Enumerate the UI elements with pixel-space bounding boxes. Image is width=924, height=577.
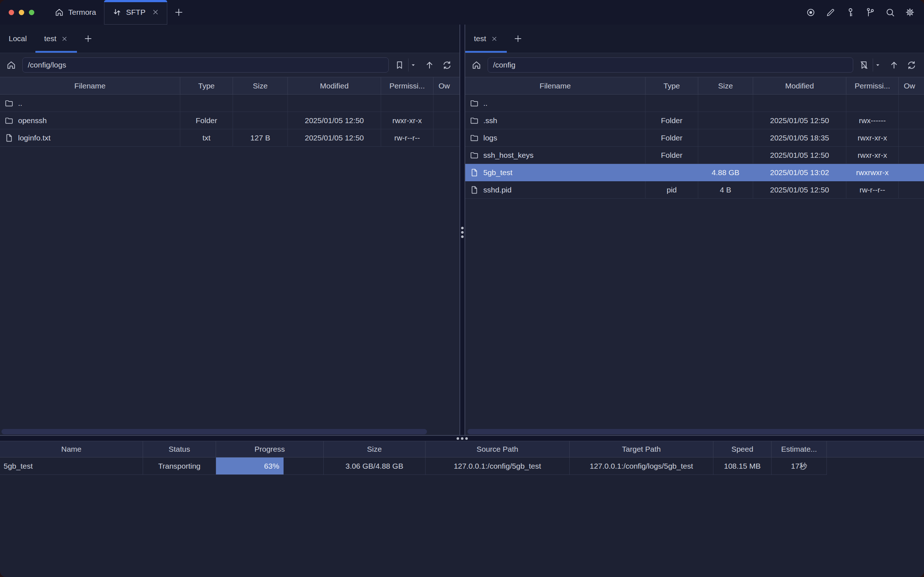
filename: ..	[483, 99, 488, 108]
table-row[interactable]: logs Folder 2025/01/05 18:35 rwxr-xr-x	[465, 129, 924, 147]
left-bookmark-dropdown[interactable]	[408, 58, 420, 71]
file-type: pid	[645, 181, 698, 198]
column-header-size[interactable]: Size	[324, 441, 426, 457]
column-header-name[interactable]: Name	[0, 441, 143, 457]
edit-button[interactable]	[824, 6, 837, 18]
left-home-button[interactable]	[0, 60, 23, 70]
right-horizontal-scrollbar[interactable]	[468, 429, 924, 434]
tab-sftp[interactable]: SFTP	[104, 0, 167, 24]
file-permissions: rwxr-xr-x	[847, 129, 899, 147]
left-new-tab-button[interactable]	[77, 24, 99, 53]
folder-icon	[469, 133, 479, 143]
tab-test-close-button[interactable]	[61, 35, 68, 43]
right-bookmark-dropdown[interactable]	[873, 58, 885, 71]
table-row-selected[interactable]: 5gb_test 4.88 GB 2025/01/05 13:02 rwxrwx…	[465, 164, 924, 181]
column-header-modified[interactable]: Modified	[288, 77, 381, 94]
zoom-window-button[interactable]	[29, 10, 34, 15]
tab-local[interactable]: Local	[0, 24, 35, 53]
plus-icon	[84, 34, 93, 44]
column-header-size[interactable]: Size	[698, 77, 753, 94]
file-owner	[899, 164, 924, 181]
column-header-speed[interactable]: Speed	[713, 441, 772, 457]
column-header-estimate[interactable]: Estimate...	[772, 441, 827, 457]
table-row[interactable]: ..	[0, 95, 460, 112]
file-modified: 2025/01/05 12:50	[288, 129, 381, 147]
file-owner	[899, 147, 924, 164]
column-header-permissions[interactable]: Permissi...	[381, 77, 434, 94]
keys-button[interactable]	[844, 6, 856, 18]
file-size	[698, 95, 753, 112]
bottom-splitter[interactable]	[0, 435, 924, 441]
branch-icon	[865, 7, 876, 18]
transfer-status: Transporting	[143, 458, 216, 475]
right-parent-dir-button[interactable]	[885, 58, 903, 71]
new-terminal-tab-button[interactable]	[167, 0, 190, 24]
transfer-name: 5gb_test	[0, 458, 143, 475]
right-path-input[interactable]	[488, 57, 853, 73]
record-icon	[806, 7, 816, 18]
column-header-type[interactable]: Type	[180, 77, 233, 94]
close-window-button[interactable]	[9, 10, 14, 15]
column-header-permissions[interactable]: Permissi...	[847, 77, 899, 94]
left-path-input[interactable]	[23, 57, 389, 73]
left-parent-dir-button[interactable]	[420, 58, 439, 71]
right-file-table: Filename Type Size Modified Permissi... …	[465, 77, 924, 435]
tab-test-close-button[interactable]	[490, 35, 498, 43]
record-button[interactable]	[805, 6, 817, 18]
keychain-button[interactable]	[864, 6, 876, 18]
sftp-tab-close-button[interactable]	[152, 8, 160, 16]
transfer-row[interactable]: 5gb_test Transporting 63% 3.06 GB/4.88 G…	[0, 458, 924, 475]
file-modified	[288, 95, 381, 112]
tab-test-left[interactable]: test	[35, 24, 77, 53]
progress-percent: 63%	[264, 462, 279, 471]
right-refresh-button[interactable]	[903, 58, 919, 71]
file-size: 127 B	[233, 129, 288, 147]
table-row[interactable]: .ssh Folder 2025/01/05 12:50 rwx------	[465, 112, 924, 129]
file-size	[698, 112, 753, 129]
column-header-type[interactable]: Type	[645, 77, 698, 94]
table-row[interactable]: ..	[465, 95, 924, 112]
right-new-tab-button[interactable]	[507, 24, 529, 53]
refresh-icon	[442, 60, 452, 71]
column-header-status[interactable]: Status	[143, 441, 216, 457]
file-size	[698, 129, 753, 147]
file-type: Folder	[645, 129, 698, 147]
column-header-filename[interactable]: Filename	[465, 77, 645, 94]
filename: ssh_host_keys	[483, 151, 534, 160]
home-tab[interactable]: Termora	[42, 0, 104, 24]
column-header-target-path[interactable]: Target Path	[570, 441, 713, 457]
search-button[interactable]	[884, 6, 896, 18]
plus-icon	[513, 34, 523, 44]
left-bookmark-button[interactable]	[392, 58, 407, 71]
file-permissions: rw-r--r--	[381, 129, 434, 147]
file-owner	[434, 112, 460, 129]
traffic-lights	[0, 0, 42, 24]
file-permissions: rwx------	[847, 112, 899, 129]
column-header-progress[interactable]: Progress	[216, 441, 324, 457]
table-row[interactable]: loginfo.txt txt 127 B 2025/01/05 12:50 r…	[0, 129, 460, 147]
left-refresh-button[interactable]	[439, 58, 455, 71]
filename: loginfo.txt	[18, 134, 51, 142]
table-row[interactable]: ssh_host_keys Folder 2025/01/05 12:50 rw…	[465, 147, 924, 164]
column-header-filename[interactable]: Filename	[0, 77, 180, 94]
minimize-window-button[interactable]	[19, 10, 24, 15]
file-permissions: rwxr-xr-x	[847, 147, 899, 164]
tab-test-right[interactable]: test	[465, 24, 507, 53]
transfer-estimate: 17秒	[772, 458, 827, 475]
right-bookmark-button[interactable]	[857, 58, 871, 71]
settings-button[interactable]	[904, 6, 916, 18]
table-row[interactable]: sshd.pid pid 4 B 2025/01/05 12:50 rw-r--…	[465, 181, 924, 198]
pane-splitter[interactable]	[460, 24, 465, 435]
column-header-owner[interactable]: Ow	[434, 77, 460, 94]
left-horizontal-scrollbar[interactable]	[2, 429, 427, 434]
home-icon	[55, 8, 64, 17]
file-modified: 2025/01/05 12:50	[753, 112, 847, 129]
table-row[interactable]: openssh Folder 2025/01/05 12:50 rwxr-xr-…	[0, 112, 460, 129]
column-header-size[interactable]: Size	[233, 77, 288, 94]
column-header-modified[interactable]: Modified	[753, 77, 847, 94]
file-permissions: rw-r--r--	[847, 181, 899, 198]
column-header-source-path[interactable]: Source Path	[426, 441, 570, 457]
column-header-owner[interactable]: Ow	[899, 77, 924, 94]
transfer-source-path: 127.0.0.1:/config/5gb_test	[426, 458, 570, 475]
right-home-button[interactable]	[465, 60, 488, 70]
